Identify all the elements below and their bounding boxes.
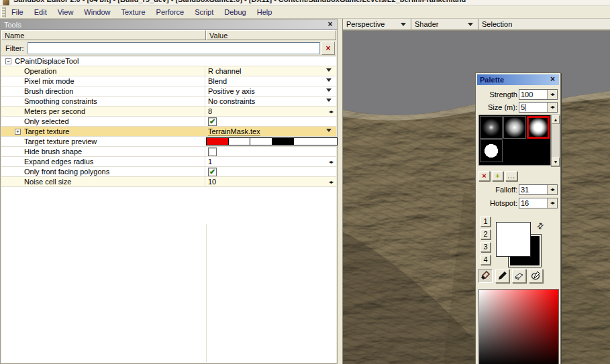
texture-preview-strip — [206, 137, 338, 145]
pixel-mix-mode-value: Blend — [208, 77, 227, 85]
menu-texture[interactable]: Texture — [115, 7, 150, 17]
prop-row-only-selected[interactable]: Only selected — [1, 117, 336, 127]
shader-combo[interactable]: Shader — [411, 19, 478, 30]
chevron-down-icon[interactable] — [326, 99, 332, 102]
menu-bar: File Edit View Window Texture Perforce S… — [0, 6, 610, 19]
spinner-icon[interactable]: ◂▸ — [329, 178, 333, 187]
falloff-row: Falloff: 31 ◂▸ — [476, 184, 562, 195]
expand-edges-radius-value: 1 — [208, 158, 212, 166]
column-header-value[interactable]: Value — [206, 30, 336, 40]
palette-slot-3-button[interactable]: 3 — [480, 242, 491, 252]
scroll-down-icon[interactable]: ▼ — [552, 158, 560, 166]
strength-row: Strength 100 ◂▸ — [476, 88, 562, 100]
app-window: Sandbox Editor 2.0 - [64 bit] - [Build_r… — [0, 0, 610, 364]
view-mode-combo[interactable]: Perspective — [343, 19, 411, 30]
brush-thumb-selected[interactable] — [527, 116, 550, 139]
menu-window[interactable]: Window — [79, 7, 115, 17]
brush-thumb-hard-circle[interactable] — [480, 139, 503, 162]
foreground-color-swatch[interactable] — [496, 222, 531, 257]
chevron-down-icon[interactable] — [326, 68, 332, 72]
menu-perforce[interactable]: Perforce — [151, 7, 190, 17]
prop-row-expand-edges-radius[interactable]: Expand edges radius 1◂▸ — [1, 157, 336, 167]
delete-brush-icon[interactable]: × — [478, 171, 490, 181]
spinner-icon[interactable]: ◂▸ — [329, 107, 333, 117]
menu-debug[interactable]: Debug — [219, 7, 251, 17]
size-label: Size (m): — [476, 103, 519, 111]
menu-file[interactable]: File — [6, 7, 29, 17]
strength-field[interactable]: 100 ◂▸ — [519, 89, 558, 100]
prop-row-pixel-mix-mode[interactable]: Pixel mix mode Blend — [1, 76, 336, 86]
palette-slot-1-button[interactable]: 1 — [480, 217, 491, 227]
eraser-tool-button[interactable] — [512, 269, 526, 283]
prop-row-target-texture[interactable]: + Target texture TerrainMask.tex — [1, 127, 336, 137]
filter-input[interactable] — [28, 42, 321, 54]
chevron-down-icon[interactable] — [326, 78, 332, 82]
brush-thumb-medium[interactable] — [503, 116, 526, 139]
swap-colors-icon[interactable]: ⇄ — [533, 219, 548, 234]
spinner-icon[interactable]: ◂▸ — [329, 158, 333, 167]
prop-row-target-texture-preview[interactable]: Target texture preview — [1, 137, 336, 147]
menu-edit[interactable]: Edit — [29, 7, 52, 17]
menu-help[interactable]: Help — [252, 7, 278, 17]
spinner-icon[interactable]: ◂▸ — [547, 90, 557, 99]
hotspot-field[interactable]: 16 ◂▸ — [519, 198, 558, 208]
paintbrush-icon — [480, 271, 491, 281]
selection-combo[interactable]: Selection — [478, 19, 610, 30]
chevron-down-icon[interactable] — [326, 88, 332, 92]
clear-filter-icon[interactable]: × — [321, 42, 335, 55]
spinner-icon[interactable]: ◂▸ — [547, 198, 557, 208]
prop-row-meters-per-second[interactable]: Meters per second 8◂▸ — [1, 107, 336, 117]
texture-preview-segment — [272, 138, 294, 145]
tools-panel-title: Tools — [4, 21, 21, 29]
app-icon — [3, 0, 9, 5]
eyedropper-tool-button[interactable] — [495, 269, 509, 283]
menu-view[interactable]: View — [52, 7, 79, 17]
spinner-icon[interactable]: ◂▸ — [547, 103, 557, 112]
prop-row-only-front-facing-polygons[interactable]: Only front facing polygons — [1, 167, 336, 177]
brush-tool-button[interactable] — [478, 269, 493, 283]
menu-script[interactable]: Script — [189, 7, 219, 17]
add-brush-icon[interactable]: + — [492, 171, 503, 181]
falloff-value[interactable]: 31 — [519, 185, 547, 194]
only-selected-checkbox[interactable] — [208, 117, 217, 126]
brush-thumb-soft[interactable] — [480, 116, 503, 139]
brush-list-scrollbar[interactable]: ▲ ▼ — [551, 115, 560, 167]
size-field[interactable]: 5 ◂▸ — [519, 102, 558, 113]
palette-titlebar[interactable]: Palette × — [477, 74, 559, 85]
expand-icon[interactable]: + — [15, 129, 21, 135]
browse-brush-button[interactable]: ... — [505, 171, 517, 181]
palette-slot-2-button[interactable]: 2 — [480, 229, 491, 239]
strength-value[interactable]: 100 — [519, 90, 547, 99]
texture-preview-segment — [207, 138, 229, 145]
viewport-toolbar: Perspective Shader Selection — [343, 19, 610, 31]
target-texture-label: Target texture — [24, 127, 69, 136]
filter-row: Filter: × — [1, 40, 336, 56]
scroll-up-icon[interactable]: ▲ — [552, 115, 560, 124]
spinner-icon[interactable]: ◂▸ — [547, 185, 557, 194]
column-header-name[interactable]: Name — [1, 30, 206, 40]
collapse-icon[interactable]: − — [5, 58, 11, 64]
prop-row-hide-brush-shape[interactable]: Hide brush shape — [1, 147, 336, 157]
group-label: CPaintDisplaceTool — [15, 56, 79, 66]
tools-panel-titlebar[interactable]: Tools × — [1, 19, 337, 30]
only-front-facing-checkbox[interactable] — [208, 168, 217, 176]
panel-divider[interactable] — [338, 19, 343, 364]
smudge-circle-pen-icon — [531, 271, 541, 281]
chevron-down-icon[interactable] — [326, 129, 332, 132]
hotspot-value[interactable]: 16 — [519, 198, 547, 208]
prop-row-operation[interactable]: Operation R channel — [1, 66, 336, 76]
smudge-tool-button[interactable] — [529, 269, 543, 283]
hide-brush-shape-checkbox[interactable] — [208, 147, 217, 156]
close-icon[interactable]: × — [548, 74, 558, 84]
palette-slot-4-button[interactable]: 4 — [480, 255, 491, 265]
prop-row-brush-direction[interactable]: Brush direction Positive y axis — [1, 86, 336, 97]
falloff-field[interactable]: 31 ◂▸ — [519, 184, 558, 195]
hotspot-row: Hotspot: 16 ◂▸ — [476, 197, 562, 208]
prop-row-smoothing-constraints[interactable]: Smoothing constraints No constraints — [1, 97, 336, 107]
close-icon[interactable]: × — [325, 19, 335, 29]
prop-row-noise-cell-size[interactable]: Noise cell size 10◂▸ — [1, 177, 336, 187]
group-row[interactable]: − CPaintDisplaceTool — [1, 56, 336, 66]
color-gradient-picker[interactable] — [478, 289, 559, 364]
window-titlebar: Sandbox Editor 2.0 - [64 bit] - [Build_r… — [0, 0, 610, 6]
eraser-icon — [514, 271, 524, 281]
